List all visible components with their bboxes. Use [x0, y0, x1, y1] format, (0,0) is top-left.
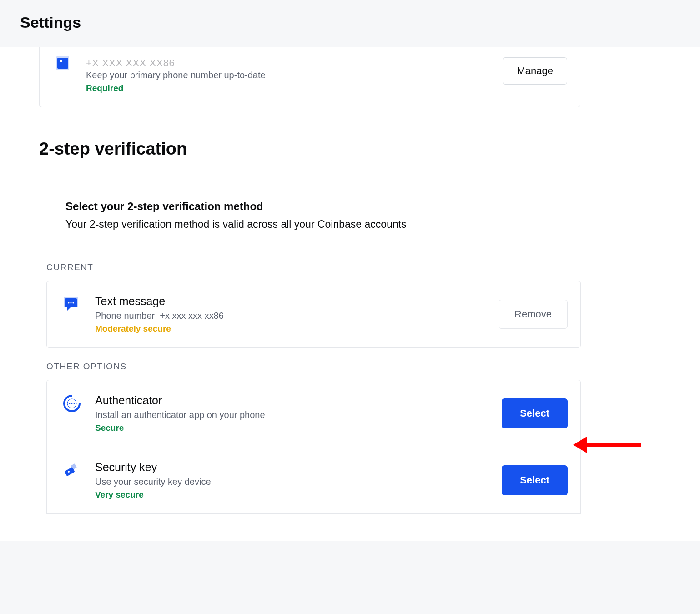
svg-point-7 — [72, 302, 74, 303]
twostep-select-title: Select your 2-step verification method — [65, 200, 566, 213]
svg-point-12 — [74, 403, 75, 404]
security-key-detail: Use your security key device — [95, 477, 211, 487]
authenticator-title: Authenticator — [95, 394, 265, 407]
current-group-label: CURRENT — [46, 262, 680, 272]
current-method-detail: Phone number: +x xxx xxx xx86 — [95, 311, 224, 321]
remove-button[interactable]: Remove — [499, 300, 568, 329]
authenticator-detail: Install an authenticator app on your pho… — [95, 410, 265, 420]
text-message-icon — [62, 295, 81, 314]
security-key-title: Security key — [95, 461, 211, 474]
security-key-security: Very secure — [95, 490, 211, 500]
security-key-card: Security key Use your security key devic… — [46, 447, 581, 514]
svg-rect-2 — [60, 60, 62, 62]
other-options-label: OTHER OPTIONS — [46, 362, 680, 372]
authenticator-icon — [62, 394, 81, 413]
phone-description: Keep your primary phone number up-to-dat… — [86, 70, 266, 81]
manage-phone-button[interactable]: Manage — [503, 57, 567, 85]
current-method-security: Moderately secure — [95, 324, 224, 334]
authenticator-card: Authenticator Install an authenticator a… — [46, 380, 581, 447]
phone-card: +X XXX XXX XX86 Keep your primary phone … — [39, 47, 580, 107]
page-title: Settings — [20, 14, 680, 31]
current-method-card: Text message Phone number: +x xxx xxx xx… — [46, 281, 581, 348]
security-key-icon — [62, 461, 81, 480]
content-area: +X XXX XXX XX86 Keep your primary phone … — [0, 47, 700, 541]
svg-rect-1 — [57, 58, 68, 69]
phone-required-badge: Required — [86, 83, 266, 93]
svg-point-15 — [68, 471, 70, 473]
phone-masked-number: +X XXX XXX XX86 — [86, 57, 266, 69]
select-security-key-button[interactable]: Select — [502, 465, 568, 495]
svg-point-5 — [68, 302, 69, 303]
svg-point-6 — [70, 302, 71, 303]
section-divider — [20, 168, 680, 168]
svg-point-11 — [71, 403, 73, 404]
select-authenticator-button[interactable]: Select — [502, 398, 568, 428]
svg-point-10 — [69, 403, 71, 404]
current-method-title: Text message — [95, 295, 224, 308]
annotation-arrow — [573, 437, 641, 453]
header-bar: Settings — [0, 0, 700, 47]
twostep-select-desc: Your 2-step verification method is valid… — [65, 218, 566, 231]
phone-icon — [52, 53, 73, 74]
twostep-heading: 2-step verification — [39, 139, 680, 159]
authenticator-security: Secure — [95, 423, 265, 433]
